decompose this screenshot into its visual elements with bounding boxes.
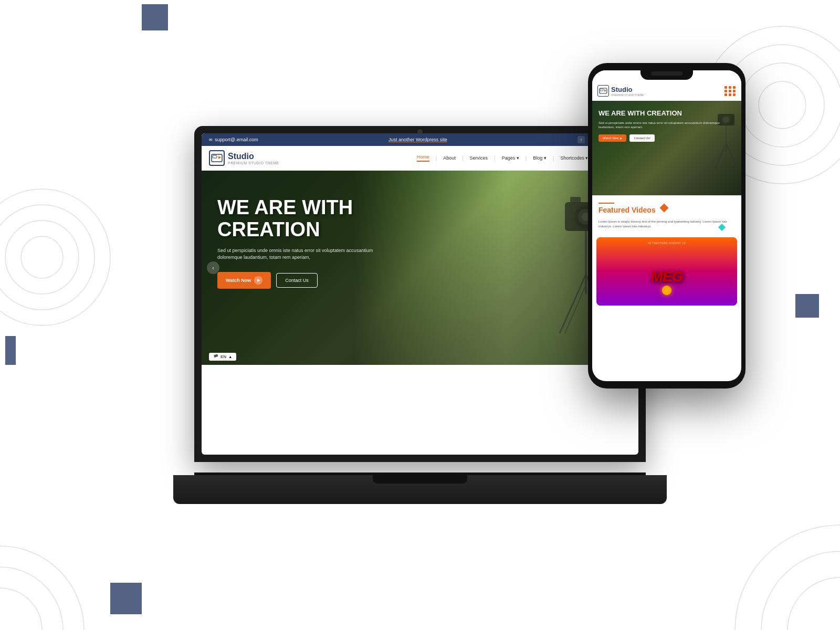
decor-rect-left-mid: [5, 336, 16, 365]
nav-sep-1: |: [436, 155, 437, 161]
laptop-screen: ✉ support@.email.com Just another Wordpr…: [202, 133, 638, 455]
hero-description: Sed ut perspiciatis unde omnis iste natu…: [217, 247, 396, 261]
nav-blog[interactable]: Blog ▾: [533, 155, 547, 161]
laptop-lid: ✉ support@.email.com Just another Wordpr…: [194, 126, 646, 462]
decor-rect-right-mid: [795, 294, 819, 318]
svg-marker-29: [604, 89, 606, 92]
facebook-icon[interactable]: f: [578, 136, 585, 143]
logo-text: Studio PREMIUM STUDIO THEME: [228, 152, 279, 165]
phone-hero-description: Sed ut perspiciatis unde omnis iste natu…: [598, 121, 735, 130]
phone-hero-section: WE ARE WITH CREATION Sed ut perspiciatis…: [592, 101, 741, 195]
nav-home[interactable]: Home: [417, 154, 429, 162]
phone-watch-now-button[interactable]: Watch Now ▶: [598, 134, 626, 142]
laptop-mockup: ✉ support@.email.com Just another Wordpr…: [194, 126, 646, 504]
topbar-tagline: Just another Wordpress site: [388, 137, 447, 142]
play-circle-icon: ▶: [254, 276, 262, 285]
site-navbar: Studio PREMIUM STUDIO THEME Home | About…: [202, 146, 638, 171]
watch-now-button[interactable]: Watch Now ▶: [217, 272, 271, 289]
phone-logo-text-group: Studio PREMIUM STUDIO THEME: [611, 86, 644, 97]
movie-in-theaters-label: IN THEATERS AUGUST 10: [648, 242, 686, 245]
phone-play-icon: ▶: [620, 136, 622, 140]
phone-featured-accent-group: Featured Videos: [598, 203, 656, 217]
phone-logo-title: Studio: [611, 86, 644, 93]
nav-sep-2: |: [462, 155, 464, 161]
hero-contact-button[interactable]: Contact Us: [276, 273, 318, 288]
site-logo: Studio PREMIUM STUDIO THEME: [209, 150, 279, 166]
dot-2: [729, 86, 731, 89]
phone-movie-card[interactable]: IN THEATERS AUGUST 10 MEG: [596, 237, 737, 306]
hero-prev-button[interactable]: ‹: [207, 261, 219, 274]
lang-chevron: ▲: [228, 355, 232, 359]
movie-title: MEG: [651, 268, 683, 285]
lang-label: EN: [220, 354, 226, 359]
nav-services[interactable]: Services: [470, 155, 488, 161]
phone-hero-buttons: Watch Now ▶ Contact Us!: [598, 134, 735, 142]
phone-logo-subtitle: PREMIUM STUDIO THEME: [611, 93, 644, 97]
dot-9: [733, 93, 736, 96]
phone-accent-line: [598, 203, 614, 204]
topbar-email-section: ✉ support@.email.com: [209, 137, 258, 142]
dot-7: [724, 93, 727, 96]
laptop-base: [173, 475, 667, 504]
dot-1: [724, 86, 727, 89]
dot-5: [729, 90, 731, 92]
phone-menu-dots[interactable]: [724, 86, 736, 96]
hero-content: WE ARE WITH CREATION Sed ut perspiciatis…: [202, 171, 638, 304]
nav-sep-3: |: [494, 155, 496, 161]
nav-sep-5: |: [553, 155, 554, 161]
language-selector[interactable]: 🏴 EN ▲: [209, 353, 236, 361]
phone-pill-notch: [651, 71, 682, 76]
svg-rect-28: [600, 89, 603, 91]
phone-featured-section: Featured Videos Lorem Ipsum is simply du…: [592, 195, 741, 237]
phone-logo-icon: [597, 85, 609, 97]
svg-rect-15: [213, 155, 217, 158]
decor-rect-top: [142, 4, 168, 30]
topbar-email: support@.email.com: [215, 137, 258, 142]
phone-featured-title: Featured Videos: [598, 206, 656, 214]
svg-point-10: [0, 588, 42, 630]
teal-diamond-accent: [718, 224, 726, 231]
hero-title: WE ARE WITH CREATION: [217, 197, 438, 241]
site-topbar: ✉ support@.email.com Just another Wordpr…: [202, 133, 638, 146]
movie-sun-graphic: [662, 286, 671, 295]
hero-section: ‹ WE ARE WITH CREATION Sed ut perspiciat…: [202, 171, 638, 365]
logo-subtitle: PREMIUM STUDIO THEME: [228, 161, 279, 165]
diamond-accent: [659, 204, 668, 213]
email-icon: ✉: [209, 138, 213, 142]
logo-icon: [209, 150, 225, 166]
flag-icon: 🏴: [213, 354, 218, 359]
nav-pages[interactable]: Pages ▾: [502, 155, 519, 161]
dot-6: [733, 90, 736, 92]
phone-mockup: Studio PREMIUM STUDIO THEME: [588, 63, 746, 388]
phone-section-header: Featured Videos: [598, 203, 735, 217]
phone-hero-content: WE ARE WITH CREATION Sed ut perspiciatis…: [592, 101, 741, 150]
phone-hero-title: WE ARE WITH CREATION: [598, 109, 735, 118]
nav-shortcodes[interactable]: Shortcodes ▾: [560, 155, 588, 161]
dot-4: [724, 90, 727, 92]
dot-8: [729, 93, 731, 96]
phone-logo: Studio PREMIUM STUDIO THEME: [597, 85, 644, 97]
phone-screen: Studio PREMIUM STUDIO THEME: [592, 70, 741, 381]
dot-3: [733, 86, 736, 89]
phone-notch: [640, 69, 693, 80]
laptop-trackpad-hint: [373, 475, 467, 484]
logo-title: Studio: [228, 152, 279, 161]
nav-sep-4: |: [526, 155, 527, 161]
hero-buttons: Watch Now ▶ Contact Us: [217, 272, 623, 289]
svg-marker-16: [218, 156, 221, 159]
nav-about[interactable]: About: [443, 155, 456, 161]
phone-contact-button[interactable]: Contact Us!: [629, 134, 654, 142]
